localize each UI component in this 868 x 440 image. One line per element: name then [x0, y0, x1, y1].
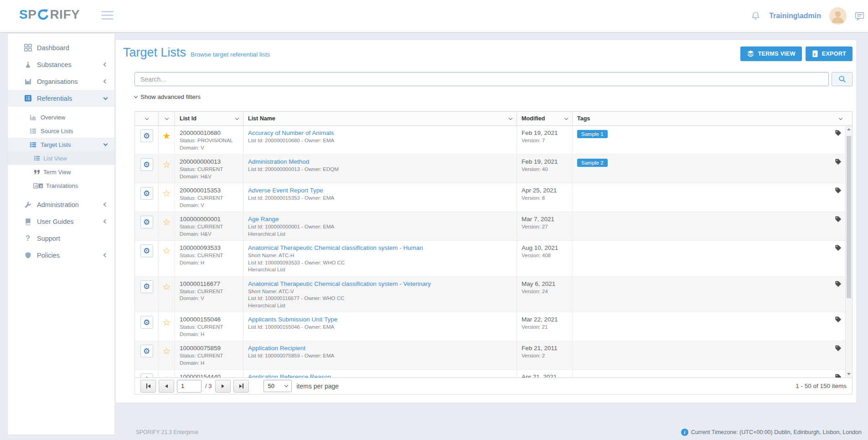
last-page-button[interactable]: [233, 380, 249, 393]
tag-icon[interactable]: [835, 280, 842, 287]
tag-icon[interactable]: [835, 158, 842, 165]
logo-letters-rify: RIFY: [50, 7, 80, 22]
tag-icon[interactable]: [835, 316, 842, 323]
sidebar-item-support[interactable]: ? Support: [8, 230, 114, 247]
list-name-link[interactable]: Anatomical Therapeutic Chemical classifi…: [248, 280, 512, 288]
list-name-link[interactable]: Adverse Event Report Type: [248, 186, 512, 195]
version-label: Version: 7: [522, 137, 568, 145]
sidebar-item-referentials[interactable]: Referentials: [8, 90, 114, 107]
first-page-button[interactable]: [140, 380, 156, 393]
table-row: ⚙ ☆ 200000000013 Status: CURRENT Domain:…: [135, 155, 845, 183]
search-input[interactable]: [134, 72, 829, 86]
list-detail-line: List Id: 100000116677 - Owner: WHO CC: [248, 295, 512, 302]
menu-icon[interactable]: [101, 11, 114, 22]
column-header-actions[interactable]: [135, 112, 159, 125]
tag-pill[interactable]: Sample 2: [577, 159, 608, 167]
table-row: ⚙ ☆ 100000093533 Status: CURRENT Domain:…: [135, 241, 845, 277]
scroll-up-arrow[interactable]: [846, 126, 852, 133]
sidebar-item-organisations[interactable]: Organisations: [8, 73, 114, 90]
page-number-input[interactable]: [177, 380, 202, 393]
row-actions-button[interactable]: ⚙: [140, 280, 153, 293]
chevron-down-icon: [103, 142, 108, 146]
tag-icon[interactable]: [835, 345, 842, 352]
dashboard-icon: [22, 44, 33, 52]
row-actions-button[interactable]: ⚙: [140, 216, 153, 228]
sidebar-item-overview[interactable]: Overview: [8, 110, 114, 124]
favourite-star-icon[interactable]: ☆: [163, 318, 171, 338]
row-actions-button[interactable]: ⚙: [140, 129, 153, 142]
favourite-star-icon[interactable]: ★: [163, 131, 171, 151]
sidebar-item-dashboard[interactable]: Dashboard: [8, 39, 114, 56]
chevron-left-icon: [103, 79, 108, 84]
tag-icon[interactable]: [835, 373, 842, 378]
row-actions-button[interactable]: ⚙: [140, 244, 153, 257]
version-label: Version: 8: [522, 195, 568, 202]
favourite-star-icon[interactable]: ☆: [163, 347, 171, 367]
row-actions-button[interactable]: ⚙: [140, 158, 153, 171]
list-id: 200000000013: [180, 157, 238, 166]
list-detail-line: Hierarchical List: [248, 231, 512, 238]
sidebar-item-term-view[interactable]: Term View: [8, 165, 114, 179]
column-header-tags[interactable]: Tags: [573, 112, 852, 125]
app-logo[interactable]: SPRIFY: [19, 7, 80, 22]
favourite-star-icon[interactable]: ☆: [163, 246, 171, 274]
tag-icon[interactable]: [835, 216, 842, 223]
prev-page-button[interactable]: [159, 380, 174, 393]
scroll-thumb[interactable]: [847, 136, 851, 298]
row-actions-button[interactable]: ⚙: [140, 345, 153, 357]
list-detail-line: List Id: 200000000013 - Owner: EDQM: [248, 166, 512, 173]
chevron-down-icon: [145, 116, 148, 120]
favourite-star-icon[interactable]: ☆: [163, 160, 171, 180]
favourite-star-icon[interactable]: ☆: [163, 282, 171, 310]
favourite-star-icon[interactable]: ☆: [163, 375, 171, 378]
tag-icon[interactable]: [835, 129, 842, 136]
sidebar-item-list-view[interactable]: List View: [8, 151, 114, 165]
search-button[interactable]: [832, 72, 852, 86]
column-header-favourites[interactable]: [159, 112, 175, 125]
list-name-link[interactable]: Administration Method: [248, 157, 512, 166]
terms-view-button[interactable]: TERMS VIEW: [740, 47, 802, 61]
sidebar-item-administration[interactable]: Administration: [8, 196, 114, 213]
gear-icon: ⚙: [143, 190, 150, 197]
list-name-link[interactable]: Accuracy of Number of Animals: [248, 129, 512, 137]
modified-date: May 6, 2021: [522, 280, 568, 288]
table-scrollbar[interactable]: [845, 126, 852, 378]
sidebar-item-translations[interactable]: Ax Translations: [8, 179, 114, 192]
list-detail-line: Hierarchical List: [248, 302, 512, 310]
tag-pill[interactable]: Sample 1: [577, 130, 608, 138]
row-actions-button[interactable]: ⚙: [140, 373, 153, 378]
list-name-link[interactable]: Age Range: [248, 215, 512, 223]
question-icon: ?: [22, 234, 33, 243]
list-name-link[interactable]: Applicants Submission Unit Type: [248, 315, 512, 324]
list-name-link[interactable]: Anatomical Therapeutic Chemical classifi…: [248, 243, 512, 252]
list-name-link[interactable]: Application Reference Reason: [248, 373, 512, 378]
favourite-star-icon[interactable]: ☆: [163, 189, 171, 209]
sidebar-item-target-lists[interactable]: Target Lists: [8, 138, 114, 151]
row-actions-button[interactable]: ⚙: [140, 316, 153, 329]
page-size-select[interactable]: 50: [264, 380, 292, 392]
favourite-star-icon[interactable]: ☆: [163, 217, 171, 238]
bell-icon[interactable]: [750, 11, 761, 21]
list-name-link[interactable]: Application Recipient: [248, 344, 512, 352]
referentials-icon: [22, 94, 33, 102]
list-status: Status: CURRENT: [180, 195, 238, 202]
column-header-modified[interactable]: Modified: [517, 112, 573, 125]
sidebar-item-policies[interactable]: Policies: [8, 247, 114, 264]
advanced-filters-toggle[interactable]: Show advanced filters: [134, 93, 201, 100]
column-header-list-name[interactable]: List Name: [243, 112, 517, 125]
list-detail-line: Hierarchical List: [248, 266, 512, 274]
scroll-down-arrow[interactable]: [846, 371, 852, 378]
export-button[interactable]: x EXPORT: [806, 47, 852, 61]
list-detail-line: Short Name: ATC-H: [248, 252, 512, 259]
tag-icon[interactable]: [835, 187, 842, 194]
sidebar-item-user-guides[interactable]: User Guides: [8, 213, 114, 230]
column-header-list-id[interactable]: List Id: [175, 112, 243, 125]
sidebar-item-source-lists[interactable]: Source Lists: [8, 124, 114, 138]
chat-icon[interactable]: [855, 11, 864, 21]
row-actions-button[interactable]: ⚙: [140, 187, 153, 200]
sidebar-item-substances[interactable]: Substances: [8, 56, 114, 73]
next-page-button[interactable]: [215, 380, 231, 393]
tag-icon[interactable]: [835, 244, 842, 251]
avatar[interactable]: [829, 7, 847, 25]
current-user[interactable]: Training\admin: [769, 12, 821, 20]
